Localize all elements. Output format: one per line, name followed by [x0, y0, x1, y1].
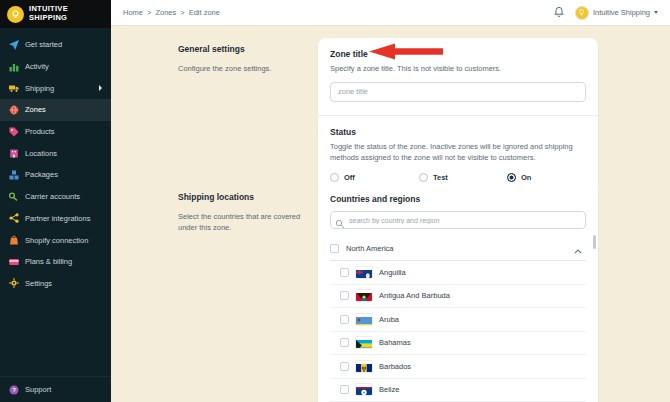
country-checkbox[interactable]: [340, 291, 349, 300]
status-option-on[interactable]: On: [507, 173, 586, 182]
breadcrumb-separator: >: [180, 8, 184, 17]
status-radio-on[interactable]: [507, 173, 516, 182]
zone-title-input[interactable]: [330, 82, 586, 102]
country-label: Antigua And Barbuda: [379, 291, 450, 300]
country-row-bahamas[interactable]: Bahamas: [330, 332, 586, 356]
country-checkbox[interactable]: [340, 338, 349, 347]
globe-icon: [9, 105, 19, 115]
sidebar-item-label: Partner integrations: [25, 214, 90, 223]
status-option-off[interactable]: Off: [330, 173, 419, 182]
sidebar-item-label: Plans & billing: [25, 257, 72, 266]
sidebar-item-label: Get started: [25, 40, 62, 49]
country-row-belize[interactable]: Belize: [330, 379, 586, 402]
country-search-input[interactable]: [330, 211, 586, 229]
status-option-label: Off: [344, 173, 355, 182]
sidebar-item-activity[interactable]: Activity: [0, 56, 111, 78]
account-avatar-icon: [575, 6, 589, 20]
boxes-icon: [9, 170, 19, 180]
app-logo[interactable]: INTUITIVESHIPPING: [0, 0, 111, 28]
countries-card-title: Countries and regions: [330, 194, 586, 204]
chevron-right-icon: [99, 85, 102, 91]
country-checkbox[interactable]: [340, 362, 349, 371]
list-scrollbar[interactable]: [593, 235, 596, 249]
status-option-test[interactable]: Test: [419, 173, 507, 182]
sidebar-item-partner-integrations[interactable]: Partner integrations: [0, 208, 111, 230]
section-description: Configure the zone settings.: [178, 63, 303, 74]
shipping-locations-section-label: Shipping locations Select the countries …: [178, 192, 303, 234]
country-search: [330, 211, 586, 229]
region-row-north-america[interactable]: North America: [330, 237, 586, 261]
top-bar-right: Intuitive Shipping: [553, 4, 658, 22]
account-label: Intuitive Shipping: [593, 8, 650, 17]
section-description: Select the countries that are covered un…: [178, 211, 303, 234]
sidebar-item-label: Zones: [25, 105, 46, 114]
top-bar: Home > Zones > Edit zone Intuitive Shipp…: [111, 0, 670, 26]
truck-icon: [9, 83, 19, 93]
sidebar-item-label: Carrier accounts: [25, 192, 80, 201]
country-row-barbados[interactable]: Barbados: [330, 355, 586, 379]
antigua-and-barbuda-flag-icon: [356, 290, 372, 301]
sidebar-item-packages[interactable]: Packages: [0, 164, 111, 186]
status-option-label: On: [521, 173, 531, 182]
paper-plane-icon: [9, 40, 19, 50]
sidebar-item-label: Locations: [25, 149, 57, 158]
question-circle-icon: ?: [9, 385, 19, 395]
credit-card-icon: [9, 257, 19, 267]
sidebar-item-label: Settings: [25, 279, 52, 288]
sidebar-item-shipping[interactable]: Shipping: [0, 77, 111, 99]
chevron-up-icon[interactable]: [574, 240, 582, 258]
anguilla-flag-icon: [356, 267, 372, 278]
breadcrumb-home[interactable]: Home: [123, 8, 143, 17]
breadcrumb-current: Edit zone: [189, 8, 220, 17]
svg-text:?: ?: [12, 387, 16, 393]
breadcrumb: Home > Zones > Edit zone: [123, 8, 220, 17]
country-label: Barbados: [379, 362, 411, 371]
countries-list: North America Anguilla: [330, 237, 586, 402]
country-checkbox[interactable]: [340, 385, 349, 394]
country-label: Belize: [379, 385, 399, 394]
status-help: Toggle the status of the zone. Inactive …: [330, 142, 586, 164]
countries-card: Countries and regions North America: [318, 183, 598, 402]
status-label: Status: [330, 127, 586, 137]
breadcrumb-separator: >: [147, 8, 151, 17]
zone-settings-card: Zone title Specify a zone title. This is…: [318, 38, 598, 195]
bar-chart-icon: [9, 62, 19, 72]
brand-name: INTUITIVESHIPPING: [29, 5, 68, 22]
sidebar-item-label: Shipping: [25, 84, 54, 93]
sidebar-item-settings[interactable]: Settings: [0, 273, 111, 295]
red-arrow-annotation-icon: [369, 43, 443, 64]
sidebar-item-label: Packages: [25, 170, 58, 179]
country-checkbox[interactable]: [340, 315, 349, 324]
countries-section: Countries and regions North America: [318, 183, 598, 402]
sidebar-item-support[interactable]: ? Support: [0, 376, 111, 402]
status-radio-test[interactable]: [419, 173, 428, 182]
country-checkbox[interactable]: [340, 268, 349, 277]
sidebar-item-label: Shopify connection: [25, 236, 88, 245]
notifications-bell-icon[interactable]: [553, 4, 565, 22]
barbados-flag-icon: [356, 361, 372, 372]
status-radio-off[interactable]: [330, 173, 339, 182]
status-option-label: Test: [433, 173, 448, 182]
sidebar-item-locations[interactable]: Locations: [0, 142, 111, 164]
sidebar-item-shopify-connection[interactable]: Shopify connection: [0, 229, 111, 251]
sidebar-item-carrier-accounts[interactable]: Carrier accounts: [0, 186, 111, 208]
sidebar-item-zones[interactable]: Zones: [0, 99, 111, 121]
country-row-aruba[interactable]: Aruba: [330, 308, 586, 332]
sidebar-item-label: Activity: [25, 62, 49, 71]
sidebar-item-plans-billing[interactable]: Plans & billing: [0, 251, 111, 273]
country-label: Bahamas: [379, 338, 411, 347]
caret-down-icon: [654, 11, 658, 14]
breadcrumb-zones[interactable]: Zones: [155, 8, 176, 17]
zone-title-help: Specify a zone title. This is not visibl…: [330, 64, 586, 75]
region-checkbox[interactable]: [330, 244, 339, 253]
sidebar: INTUITIVESHIPPING Get started Activity S…: [0, 0, 111, 402]
country-row-antigua-and-barbuda[interactable]: Antigua And Barbuda: [330, 285, 586, 309]
account-menu[interactable]: Intuitive Shipping: [575, 6, 658, 20]
sidebar-item-get-started[interactable]: Get started: [0, 34, 111, 56]
sidebar-item-products[interactable]: Products: [0, 121, 111, 143]
section-title: Shipping locations: [178, 192, 303, 202]
shopify-bag-icon: [9, 235, 19, 245]
region-label: North America: [346, 244, 394, 253]
sidebar-item-label: Support: [25, 385, 51, 394]
country-row-anguilla[interactable]: Anguilla: [330, 261, 586, 285]
